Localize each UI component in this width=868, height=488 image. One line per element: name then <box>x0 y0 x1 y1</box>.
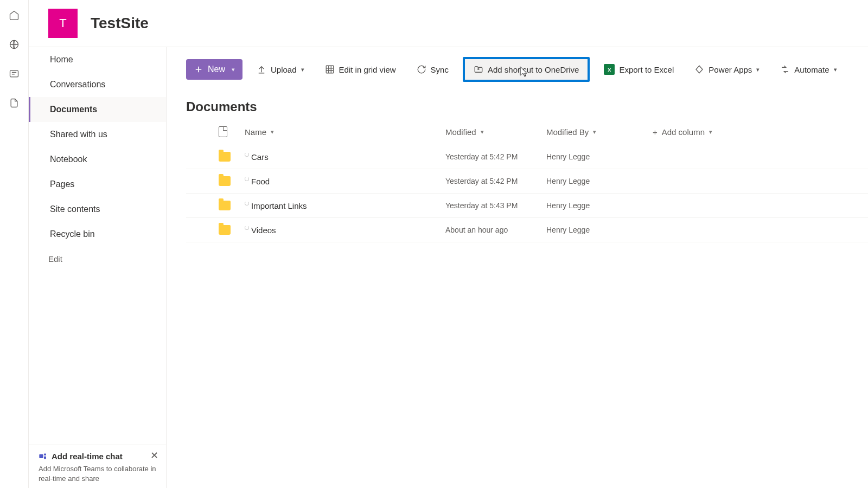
document-icon[interactable] <box>9 98 20 108</box>
table-row[interactable]: Cars Yesterday at 5:42 PM Henry Legge <box>186 145 868 169</box>
svg-rect-1 <box>10 70 18 77</box>
globe-icon[interactable] <box>9 39 20 50</box>
folder-icon <box>219 176 231 186</box>
nav-pages[interactable]: Pages <box>29 172 166 197</box>
plus-icon <box>194 65 203 74</box>
grid-icon <box>325 65 335 74</box>
upload-button[interactable]: Upload ▾ <box>250 60 311 79</box>
upload-icon <box>257 65 266 74</box>
callout-body-text: Add Microsoft Teams to collaborate in re… <box>39 464 156 484</box>
export-excel-button[interactable]: x Export to Excel <box>597 60 680 79</box>
teams-callout: ✕ Add real-time chat Add Microsoft Teams… <box>29 445 166 488</box>
chevron-down-icon: ▾ <box>593 129 596 136</box>
power-apps-button[interactable]: Power Apps ▾ <box>688 60 766 79</box>
document-grid: Name▾ Modified▾ Modified By▾ +Add column… <box>186 119 868 242</box>
command-bar: New ▾ Upload ▾ Edit in grid view Sy <box>186 47 868 89</box>
folder-icon <box>219 152 231 162</box>
chevron-down-icon: ▾ <box>301 66 304 73</box>
nav-edit-link[interactable]: Edit <box>29 247 166 271</box>
folder-icon <box>219 225 231 235</box>
svg-point-3 <box>44 453 46 455</box>
loading-spinner-icon <box>245 177 249 181</box>
loading-spinner-icon <box>245 152 249 157</box>
plus-icon: + <box>653 127 658 137</box>
teams-icon <box>39 452 47 460</box>
callout-title-text: Add real-time chat <box>52 452 123 461</box>
chevron-down-icon: ▾ <box>232 66 235 73</box>
site-header: T TestSite <box>29 0 868 47</box>
table-row[interactable]: Important Links Yesterday at 5:43 PM Hen… <box>186 194 868 218</box>
excel-icon: x <box>604 64 615 75</box>
app-rail <box>0 0 29 488</box>
add-shortcut-button[interactable]: Add shortcut to OneDrive <box>463 57 590 82</box>
sync-icon <box>417 65 426 74</box>
close-icon[interactable]: ✕ <box>150 450 158 461</box>
table-row[interactable]: Videos About an hour ago Henry Legge <box>186 218 868 242</box>
loading-spinner-icon <box>245 201 249 206</box>
loading-spinner-icon <box>245 226 249 230</box>
table-row[interactable]: Food Yesterday at 5:42 PM Henry Legge <box>186 169 868 194</box>
home-icon[interactable] <box>9 10 20 21</box>
edit-grid-button[interactable]: Edit in grid view <box>318 60 403 79</box>
library-title: Documents <box>186 99 868 114</box>
svg-rect-4 <box>326 66 334 73</box>
svg-rect-2 <box>39 454 43 458</box>
chevron-down-icon: ▾ <box>756 66 760 73</box>
shortcut-folder-icon <box>474 65 483 74</box>
column-name[interactable]: Name▾ <box>245 127 445 137</box>
chevron-down-icon: ▾ <box>481 129 484 136</box>
chevron-down-icon: ▾ <box>834 66 837 73</box>
sync-button[interactable]: Sync <box>410 60 455 79</box>
powerapps-icon <box>694 65 704 74</box>
folder-icon <box>219 201 231 210</box>
nav-shared[interactable]: Shared with us <box>29 122 166 147</box>
nav-conversations[interactable]: Conversations <box>29 72 166 97</box>
nav-recyclebin[interactable]: Recycle bin <box>29 222 166 247</box>
sidebar: Home Conversations Documents Shared with… <box>29 47 167 488</box>
nav-sitecontents[interactable]: Site contents <box>29 197 166 222</box>
site-title: TestSite <box>91 15 149 32</box>
add-column-button[interactable]: +Add column▾ <box>647 127 712 137</box>
automate-icon <box>780 65 790 74</box>
nav-notebook[interactable]: Notebook <box>29 147 166 172</box>
column-modifiedby[interactable]: Modified By▾ <box>546 127 647 137</box>
file-type-icon <box>219 126 227 137</box>
nav-documents[interactable]: Documents <box>29 97 166 122</box>
automate-button[interactable]: Automate ▾ <box>774 60 843 79</box>
nav-home[interactable]: Home <box>29 47 166 72</box>
chevron-down-icon: ▾ <box>709 129 712 136</box>
new-button[interactable]: New ▾ <box>186 59 242 80</box>
chevron-down-icon: ▾ <box>271 129 274 136</box>
column-modified[interactable]: Modified▾ <box>445 127 546 137</box>
site-badge[interactable]: T <box>48 9 78 38</box>
news-icon[interactable] <box>9 68 20 79</box>
